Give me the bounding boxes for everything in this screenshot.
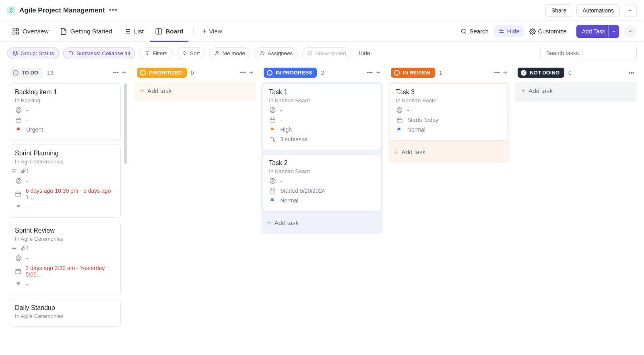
- task-card[interactable]: Backlog item 1 In Backlog - - Urgent: [9, 83, 121, 140]
- assignees-chip-label: Assignees: [268, 50, 293, 56]
- automations-chevron[interactable]: [624, 4, 637, 17]
- task-card[interactable]: Sprint Review In Agile Ceremonies 1 - 2 …: [9, 222, 121, 295]
- task-card[interactable]: Task 2 In Kanban Board - Started 5/20/20…: [263, 154, 381, 211]
- column-add-task[interactable]: + Add task: [134, 83, 256, 99]
- hide-button[interactable]: Hide: [494, 25, 524, 37]
- show-closed-chip-label: Show closed: [315, 50, 346, 56]
- card-title: Sprint Planning: [15, 150, 115, 157]
- add-view-button[interactable]: + View: [198, 28, 226, 35]
- tab-overview[interactable]: Overview: [7, 21, 54, 42]
- desc-attach-icon: [15, 168, 22, 174]
- column-header: IN PROGRESS 2 ••• +: [261, 64, 383, 81]
- svg-rect-3: [17, 32, 19, 34]
- column-more-icon[interactable]: •••: [494, 69, 500, 76]
- customize-button[interactable]: Customize: [525, 25, 571, 37]
- status-pill[interactable]: ✓ NOT DOING: [518, 68, 564, 78]
- card-title: Task 1: [269, 89, 375, 96]
- sort-icon: [182, 50, 188, 56]
- task-card[interactable]: Task 3 In Kanban Board - Starts Today No…: [390, 83, 508, 140]
- plus-icon: +: [267, 219, 271, 227]
- svg-point-48: [18, 257, 19, 258]
- card-row-desc-attach: 1: [15, 168, 115, 174]
- flag-icon: [15, 204, 22, 210]
- svg-point-54: [272, 109, 273, 110]
- subtasks-chip[interactable]: Subtasks: Collapse all: [63, 47, 135, 59]
- toolbar-more-chevron[interactable]: [624, 25, 637, 38]
- card-row-subtasks: 3 subtasks: [269, 136, 375, 142]
- assignee-icon: [15, 255, 22, 262]
- search-tasks-field[interactable]: [545, 50, 632, 57]
- sort-chip[interactable]: Sort: [177, 47, 205, 59]
- svg-rect-69: [397, 118, 402, 122]
- scrollbar[interactable]: [124, 83, 127, 164]
- column-more-icon[interactable]: •••: [113, 69, 119, 76]
- column-add-task[interactable]: + Add task: [515, 83, 637, 99]
- tab-list[interactable]: List: [119, 21, 149, 42]
- me-mode-chip[interactable]: Me mode: [209, 47, 250, 59]
- card-row-text: -: [280, 107, 282, 114]
- share-button[interactable]: Share: [545, 4, 572, 17]
- search-button[interactable]: Search: [456, 25, 493, 37]
- column-inreview: IN REVIEW 1 ••• + Task 3 In Kanban Board…: [388, 64, 510, 163]
- column-more-icon[interactable]: •••: [628, 70, 634, 76]
- flag-icon: [15, 281, 22, 287]
- card-row-text: -: [26, 178, 28, 184]
- assignee-icon: [15, 178, 22, 184]
- svg-point-30: [18, 109, 19, 110]
- people-icon: [260, 50, 265, 56]
- column-add-icon[interactable]: +: [249, 69, 254, 76]
- svg-rect-40: [16, 192, 21, 196]
- column-add-task[interactable]: + Add task: [388, 144, 510, 160]
- svg-rect-63: [270, 189, 275, 193]
- status-ring-icon: [140, 70, 146, 76]
- show-closed-chip[interactable]: Show closed: [302, 47, 351, 59]
- card-row-flag: Urgent: [15, 126, 115, 133]
- column-add-icon[interactable]: +: [122, 69, 126, 76]
- tab-board[interactable]: Board: [150, 21, 188, 42]
- card-row-text: High: [280, 126, 292, 133]
- card-row-text: -: [407, 107, 409, 114]
- task-card[interactable]: Task 1 In Kanban Board - - High 3 subtas…: [263, 83, 381, 150]
- search-tasks-input[interactable]: [540, 46, 637, 60]
- group-chip[interactable]: Group: Status: [7, 47, 59, 59]
- add-task-chevron[interactable]: [608, 25, 619, 38]
- plus-icon: +: [140, 87, 144, 95]
- sort-chip-label: Sort: [190, 50, 200, 56]
- status-pill[interactable]: TO DO: [10, 68, 43, 78]
- assignee-icon: [396, 107, 403, 114]
- column-add-task[interactable]: + Add task: [261, 215, 383, 231]
- automations-button[interactable]: Automations: [576, 4, 620, 17]
- card-row-text: Started 5/20/2024: [280, 188, 325, 194]
- svg-point-21: [72, 54, 73, 55]
- task-card[interactable]: Daily Standup In Agile Ceremonies: [9, 299, 121, 327]
- page-more-icon[interactable]: •••: [109, 6, 118, 14]
- column-body: Backlog item 1 In Backlog - - Urgent Spr…: [7, 82, 129, 334]
- status-pill[interactable]: IN PROGRESS: [264, 68, 317, 78]
- status-pill[interactable]: PRIORITIZED: [137, 68, 187, 78]
- assignee-icon: [15, 107, 22, 114]
- task-card[interactable]: Sprint Planning In Agile Ceremonies 1 - …: [9, 144, 121, 218]
- add-task-button[interactable]: Add Task: [576, 25, 611, 38]
- column-add-icon[interactable]: +: [503, 69, 508, 76]
- cards-wrap: Task 3 In Kanban Board - Starts Today No…: [388, 83, 510, 144]
- filter-hide-text[interactable]: Hide: [359, 50, 370, 56]
- status-pill[interactable]: IN REVIEW: [391, 68, 435, 78]
- tab-getting-started[interactable]: Getting Started: [55, 21, 117, 42]
- filters-chip[interactable]: Filters: [139, 47, 173, 59]
- status-ring-icon: [13, 70, 19, 76]
- flag-icon: [269, 127, 276, 133]
- card-title: Task 2: [269, 159, 375, 167]
- check-circle-icon: [307, 50, 313, 56]
- card-row-assignee: -: [15, 107, 115, 114]
- column-more-icon[interactable]: •••: [367, 69, 373, 76]
- card-row-assignee: -: [15, 255, 115, 262]
- column-more-icon[interactable]: •••: [240, 69, 246, 76]
- date-icon: [15, 117, 22, 123]
- board: TO DO 13 ••• + Backlog item 1 In Backlog…: [0, 64, 644, 341]
- svg-point-27: [263, 52, 264, 53]
- column-add-icon[interactable]: +: [376, 69, 380, 76]
- card-row-flag: -: [15, 281, 115, 287]
- workspace-icon: [7, 6, 15, 14]
- assignees-chip[interactable]: Assignees: [254, 47, 298, 59]
- card-row-text: 2 days ago 3:30 am - Yesterday 5:00…: [25, 265, 114, 278]
